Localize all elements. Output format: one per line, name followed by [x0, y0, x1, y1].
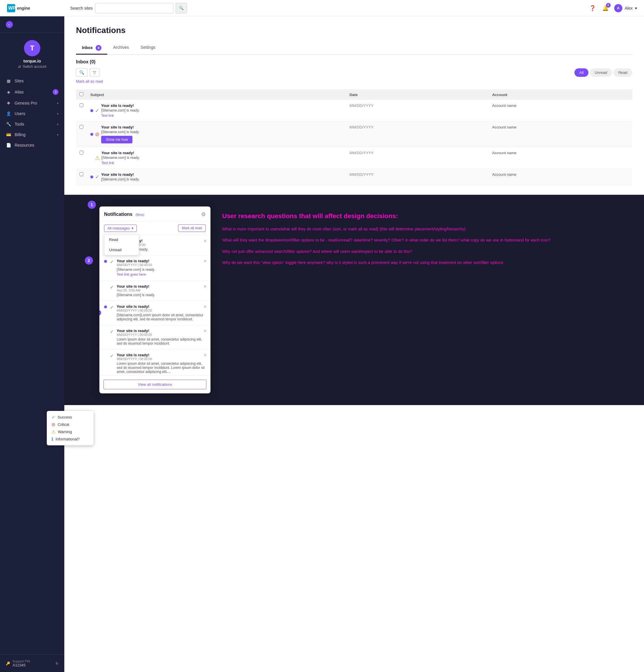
filter-legend-label: Success: [58, 415, 72, 419]
sidebar-item-users[interactable]: 👤 Users ▾: [0, 108, 64, 119]
notification-bell-icon[interactable]: 🔔 8: [601, 4, 609, 12]
filter-dropdown-button[interactable]: All messages ▾: [104, 225, 137, 232]
search-toggle-button[interactable]: 🔍: [76, 68, 87, 77]
tab-inbox-label: Inbox: [82, 45, 93, 50]
chevron-down-icon: ▾: [635, 6, 637, 11]
view-all-notifications-button[interactable]: View all notifications: [104, 380, 207, 389]
item-link[interactable]: Text link goes here: [117, 273, 146, 277]
filter-legend-label: Informational?: [56, 437, 80, 441]
atlas-icon: ◈: [6, 90, 11, 94]
search-input[interactable]: [95, 3, 173, 13]
list-item: ✓ Your site is ready! MM/DD/YYYY | 00:00…: [99, 349, 210, 375]
research-question-1: What is more important to users/what wil…: [222, 226, 632, 232]
item-date: MM/DD/YYYY | 00:00:00: [117, 263, 206, 267]
sidebar-item-billing[interactable]: 💳 Billing ▾: [0, 129, 64, 140]
table-row: ✓ Your site is ready! [Sitename.com] is …: [76, 169, 632, 185]
refresh-icon[interactable]: ↻: [56, 661, 58, 665]
success-icon: ✓: [95, 107, 99, 114]
annotation-1-badge: 1: [88, 201, 96, 209]
tab-settings[interactable]: Settings: [135, 42, 161, 55]
sidebar-item-label: Tools: [15, 122, 54, 127]
sidebar-item-tools[interactable]: 🔧 Tools ▾: [0, 119, 64, 129]
notification-count-badge: 8: [606, 3, 611, 8]
list-item: ✓ Your site is ready! MM/DD/YYYY | 00:00…: [99, 325, 210, 349]
view-all-button[interactable]: All: [574, 68, 588, 77]
notification-date: MM/DD/YYYY: [346, 121, 489, 147]
notification-account: Account name: [489, 121, 632, 147]
item-title: Your site is ready!: [117, 284, 206, 289]
notification-subject-cell: ✓ Your site is ready! [Sitename.com] is …: [90, 172, 342, 181]
close-icon[interactable]: ✕: [203, 259, 207, 263]
read-dot: [104, 330, 107, 333]
help-icon[interactable]: ❓: [588, 4, 597, 12]
support-pin: 🔑 Support PIN A12345 ↻: [6, 659, 58, 667]
item-date: MM/DD/YYYY | 00:00:00: [117, 333, 206, 336]
close-icon[interactable]: ✕: [203, 239, 207, 243]
search-label: Search sites: [70, 6, 93, 11]
row-checkbox[interactable]: [80, 151, 83, 155]
sidebar-item-resources[interactable]: 📄 Resources: [0, 140, 64, 151]
item-content: Your site is ready! MM/DD/YYYY | 00:00:0…: [117, 259, 206, 277]
close-icon[interactable]: ✕: [203, 304, 207, 309]
sidebar-item-atlas[interactable]: ◈ Atlas 3 3: [0, 86, 64, 98]
view-unread-button[interactable]: Unread: [590, 68, 612, 77]
notification-account: Account name: [489, 169, 632, 185]
switch-account[interactable]: ⇄ Switch account: [5, 64, 60, 69]
mark-all-read-button[interactable]: Mark all read: [178, 224, 206, 232]
research-title: User research questions that will affect…: [222, 212, 632, 220]
sidebar-nav: ▦ Sites ◈ Atlas 3 3 ❖ Genesis Pro ▾ 👤 Us…: [0, 73, 64, 655]
filter-option-read[interactable]: Read: [104, 235, 139, 245]
widget-footer: View all notifications: [99, 375, 210, 393]
widget-header: Notifications (Beta) ⚙: [99, 206, 210, 221]
widget-title-area: Notifications (Beta): [104, 212, 144, 217]
success-icon: ✓: [51, 415, 55, 420]
research-section: User research questions that will affect…: [222, 206, 632, 393]
row-checkbox[interactable]: [80, 172, 83, 176]
item-body: [Sitename.com]Lorem ipsum dolor sit amet…: [117, 313, 206, 321]
notification-subject: Your site is ready!: [101, 104, 139, 108]
tab-inbox[interactable]: Inbox 8: [76, 42, 107, 55]
notification-subject: Your site is ready!: [101, 125, 139, 129]
close-icon[interactable]: ✕: [203, 328, 207, 333]
notification-subject: Your site is ready!: [101, 172, 139, 177]
filter-option-unread[interactable]: Unread: [104, 245, 139, 255]
sidebar-back-btn[interactable]: ←: [0, 16, 64, 33]
notification-body: [Sitename.com] is ready.: [101, 108, 139, 112]
research-question-3: Why not just offer advanced search/filte…: [222, 248, 632, 255]
item-title: Your site is ready!: [117, 353, 206, 357]
notifications-widget: Notifications (Beta) ⚙ 2 All messages ▾: [99, 206, 210, 393]
filter-legend-item-warning: ⚠ Warning: [51, 429, 89, 434]
tab-archives[interactable]: Archives: [107, 42, 135, 55]
mark-all-read-link[interactable]: Mark all as read: [76, 79, 632, 84]
row-checkbox[interactable]: [80, 125, 83, 129]
unread-dot: [104, 260, 107, 263]
search-button[interactable]: 🔍: [176, 3, 187, 13]
close-icon[interactable]: ✕: [203, 353, 207, 358]
select-all-checkbox[interactable]: [80, 92, 83, 96]
critical-icon: ⊘: [95, 131, 99, 137]
list-item: ✓ Your site is ready! MM/DD/YYYY | 00:00…: [99, 301, 210, 325]
row-checkbox[interactable]: [80, 104, 83, 107]
sidebar: ← T torque.io ⇄ Switch account ▦ Sites ◈…: [0, 16, 64, 672]
success-icon: ✓: [110, 329, 114, 334]
view-read-button[interactable]: Read: [613, 68, 632, 77]
gear-icon[interactable]: ⚙: [201, 211, 206, 218]
notification-link[interactable]: Text link: [102, 161, 114, 165]
table-row: ⊘ Your site is ready! [Sitename.com] is …: [76, 121, 632, 147]
close-icon[interactable]: ✕: [203, 284, 207, 289]
info-icon: ℹ: [51, 436, 53, 442]
show-me-how-button[interactable]: Show me how: [101, 136, 132, 143]
username: torque.io: [5, 59, 60, 63]
chevron-icon: ▾: [57, 123, 58, 126]
user-menu[interactable]: A Alex ▾: [614, 4, 637, 12]
sidebar-item-genesis[interactable]: ❖ Genesis Pro ▾: [0, 98, 64, 108]
account-header: Account: [489, 89, 632, 100]
filter-button[interactable]: ▽: [90, 68, 99, 77]
unread-dot: [90, 133, 93, 136]
chevron-icon: ▾: [57, 101, 58, 105]
sidebar-item-sites[interactable]: ▦ Sites: [0, 76, 64, 86]
main-content: Notifications Inbox 8 Archives Settings …: [64, 16, 644, 672]
inbox-count: Inbox (0): [76, 59, 632, 64]
notification-link[interactable]: Text link: [101, 113, 114, 118]
genesis-icon: ❖: [6, 101, 11, 106]
